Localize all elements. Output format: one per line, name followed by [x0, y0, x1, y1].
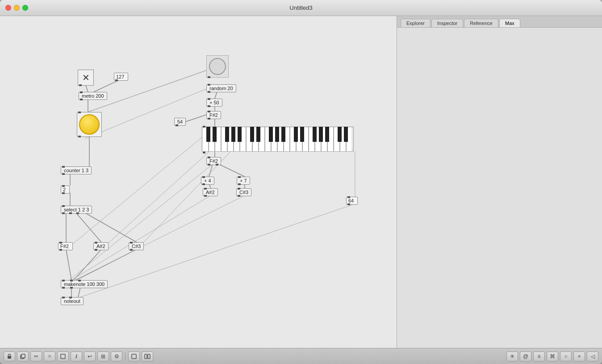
- plus-button[interactable]: +: [573, 352, 585, 361]
- fsharp2c-label: F#2: [60, 244, 69, 249]
- noteout-object[interactable]: noteout: [61, 297, 84, 305]
- view1-icon: [131, 354, 137, 359]
- tab-reference[interactable]: Reference: [464, 19, 498, 27]
- svg-line-8: [85, 213, 137, 242]
- scissors-button[interactable]: ✂: [30, 352, 42, 361]
- back-button[interactable]: ◁: [587, 352, 598, 361]
- metro-object[interactable]: metro 200: [79, 92, 107, 100]
- csharp3-object[interactable]: C#3: [236, 188, 251, 196]
- num2-object[interactable]: 2: [61, 186, 70, 194]
- main-area: ✕ 127 metro 200: [0, 16, 602, 348]
- svg-rect-48: [338, 127, 342, 142]
- undo-button[interactable]: ↩: [84, 352, 96, 361]
- right-panel-tabs: Explorer Inspector Reference Max: [397, 16, 602, 28]
- svg-rect-41: [275, 127, 279, 142]
- svg-rect-53: [61, 354, 65, 359]
- svg-rect-36: [231, 127, 235, 142]
- copy-button[interactable]: [17, 352, 29, 361]
- svg-line-13: [78, 287, 80, 297]
- svg-rect-46: [319, 127, 323, 142]
- csharp3b-label: C#3: [132, 244, 141, 249]
- window-title: Untitled3: [289, 4, 312, 11]
- right-panel-content: [397, 28, 602, 348]
- list-button[interactable]: ≡: [533, 352, 545, 361]
- svg-rect-56: [148, 354, 150, 359]
- speaker-visual: [209, 58, 226, 75]
- svg-rect-54: [132, 354, 136, 359]
- fsharp2a-object[interactable]: F#2: [206, 111, 221, 119]
- toolbar-right: ✳ @ ≡ ⌘ ○ + ◁: [506, 352, 598, 361]
- view2-button[interactable]: [142, 352, 153, 361]
- num64-object[interactable]: 64: [346, 197, 358, 205]
- select-label: select 1 2 3: [64, 207, 89, 212]
- speaker-object[interactable]: [206, 55, 229, 78]
- svg-line-19: [219, 164, 245, 177]
- asharp2b-label: A#2: [96, 244, 105, 249]
- svg-rect-35: [225, 127, 229, 142]
- svg-line-23: [185, 114, 208, 122]
- fsharp2c-object[interactable]: F#2: [58, 242, 73, 250]
- asharp2-object[interactable]: A#2: [203, 188, 218, 196]
- tab-max[interactable]: Max: [499, 19, 520, 27]
- svg-line-25: [66, 127, 215, 249]
- plus50-object[interactable]: + 50: [206, 99, 222, 107]
- makenote-object[interactable]: makenote 100 300: [61, 280, 108, 288]
- csharp3-label: C#3: [239, 190, 248, 195]
- svg-line-11: [76, 249, 137, 280]
- plus4-object[interactable]: + 4: [201, 177, 214, 185]
- asharp2b-object[interactable]: A#2: [93, 242, 109, 250]
- delete-button[interactable]: ✕: [44, 352, 55, 361]
- svg-rect-37: [238, 127, 242, 142]
- number-box-127[interactable]: 127: [114, 73, 128, 81]
- select-object[interactable]: select 1 2 3: [61, 206, 92, 214]
- dial-object[interactable]: [77, 112, 102, 137]
- svg-rect-43: [294, 127, 298, 142]
- svg-rect-49: [344, 127, 348, 142]
- close-button[interactable]: [5, 5, 11, 11]
- toggle-object[interactable]: ✕: [78, 70, 94, 86]
- fsharp2b-object[interactable]: F#2: [206, 157, 221, 165]
- circle-button[interactable]: ○: [560, 352, 572, 361]
- main-window: Untitled3: [0, 0, 602, 364]
- plus7-object[interactable]: + 7: [237, 177, 250, 185]
- settings-button[interactable]: ⚙: [111, 352, 122, 361]
- svg-rect-40: [269, 127, 273, 142]
- plus7-label: + 7: [240, 178, 247, 183]
- svg-rect-42: [281, 127, 285, 142]
- cmd-button[interactable]: ⌘: [547, 352, 558, 361]
- tab-inspector[interactable]: Inspector: [431, 19, 463, 27]
- asterisk-button[interactable]: ✳: [506, 352, 518, 361]
- svg-line-9: [66, 249, 71, 280]
- svg-line-14: [215, 91, 217, 99]
- tab-explorer[interactable]: Explorer: [401, 19, 431, 27]
- random-object[interactable]: random 20: [206, 84, 236, 92]
- metro-label: metro 200: [82, 93, 104, 99]
- black-keys-overlay: [202, 127, 354, 151]
- info-button[interactable]: i: [71, 352, 82, 361]
- csharp3b-object[interactable]: C#3: [129, 242, 144, 250]
- dial-visual: [79, 114, 100, 135]
- patch-canvas[interactable]: ✕ 127 metro 200: [0, 16, 397, 348]
- lock-icon: [6, 353, 13, 360]
- lock-button[interactable]: [4, 352, 15, 361]
- minimize-button[interactable]: [14, 5, 20, 11]
- grid-button[interactable]: ⊞: [97, 352, 109, 361]
- counter-object[interactable]: counter 1 3: [61, 166, 92, 174]
- view1-button[interactable]: [128, 352, 140, 361]
- svg-rect-39: [256, 127, 260, 142]
- svg-line-32: [80, 204, 355, 297]
- maximize-button[interactable]: [22, 5, 28, 11]
- svg-rect-33: [206, 127, 210, 142]
- counter-label: counter 1 3: [64, 168, 88, 173]
- bottom-toolbar: ✂ ✕ i ↩ ⊞ ⚙ ✳ @ ≡ ⌘ ○ +: [0, 348, 602, 364]
- piano-keyboard[interactable]: [202, 127, 354, 153]
- right-panel: Explorer Inspector Reference Max: [397, 16, 602, 348]
- num54-label: 54: [177, 119, 183, 124]
- num2-label: 2: [63, 187, 66, 192]
- svg-rect-44: [300, 127, 304, 142]
- num54-object[interactable]: 54: [174, 118, 186, 126]
- svg-rect-38: [250, 127, 254, 142]
- object-button[interactable]: [57, 352, 69, 361]
- num64-label: 64: [348, 198, 354, 203]
- at-button[interactable]: @: [520, 352, 531, 361]
